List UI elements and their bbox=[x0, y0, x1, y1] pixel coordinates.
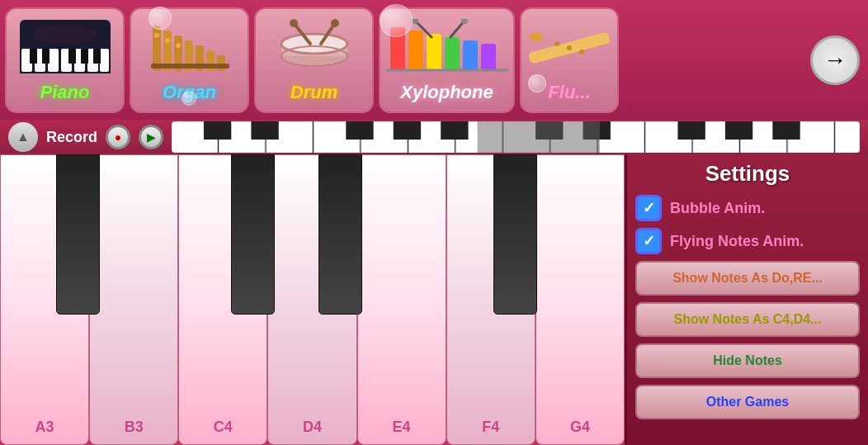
svg-rect-13 bbox=[93, 49, 101, 64]
record-button[interactable]: ● bbox=[106, 125, 130, 149]
svg-rect-73 bbox=[677, 121, 705, 140]
arrow-icon: → bbox=[823, 47, 847, 73]
svg-rect-22 bbox=[151, 64, 229, 69]
play-button[interactable]: ▶ bbox=[139, 125, 163, 149]
bubble-anim-checkbox[interactable] bbox=[635, 195, 662, 221]
drum-label: Drum bbox=[290, 82, 337, 103]
svg-point-47 bbox=[554, 41, 559, 46]
flying-notes-label: Flying Notes Anim. bbox=[670, 233, 804, 250]
svg-rect-10 bbox=[42, 49, 50, 64]
organ-icon-area bbox=[136, 14, 243, 80]
piano-icon bbox=[20, 20, 111, 73]
instrument-tile-flute[interactable]: Flu... bbox=[520, 7, 619, 113]
stop-icon: ▲ bbox=[17, 130, 30, 144]
drum-icon-area bbox=[261, 14, 368, 80]
key-D4-label: D4 bbox=[303, 419, 322, 436]
flying-notes-row: Flying Notes Anim. bbox=[635, 228, 860, 254]
bubble-anim-row: Bubble Anim. bbox=[635, 195, 860, 221]
key-A3-label: A3 bbox=[35, 419, 54, 436]
xylophone-label: Xylophone bbox=[400, 82, 493, 103]
flute-icon-area bbox=[524, 14, 615, 80]
keys-area: A3 B3 C4 D4 E4 F4 G4 bbox=[0, 154, 625, 445]
hide-notes-button[interactable]: Hide Notes bbox=[635, 343, 860, 378]
key-G4-label: G4 bbox=[570, 419, 590, 436]
drum-icon bbox=[273, 19, 356, 75]
svg-rect-37 bbox=[427, 34, 441, 70]
svg-rect-36 bbox=[408, 31, 423, 70]
visualizer-svg bbox=[172, 121, 860, 153]
svg-point-34 bbox=[331, 19, 339, 27]
other-games-button[interactable]: Other Games bbox=[635, 385, 860, 419]
svg-rect-74 bbox=[725, 121, 752, 140]
record-icon: ● bbox=[115, 130, 121, 144]
nav-arrow[interactable]: → bbox=[810, 36, 860, 85]
svg-point-48 bbox=[567, 45, 572, 50]
key-F4-label: F4 bbox=[482, 419, 499, 436]
svg-point-23 bbox=[154, 33, 159, 38]
svg-rect-70 bbox=[441, 121, 468, 140]
piano-label: Piano bbox=[40, 82, 90, 103]
key-A3[interactable]: A3 bbox=[0, 154, 89, 445]
xylophone-icon-area bbox=[385, 14, 509, 80]
key-C4[interactable]: C4 bbox=[178, 154, 267, 445]
svg-point-24 bbox=[165, 38, 170, 43]
piano-main: A3 B3 C4 D4 E4 F4 G4 bbox=[0, 154, 868, 445]
instrument-tile-drum[interactable]: Drum bbox=[254, 7, 374, 113]
svg-rect-69 bbox=[394, 121, 421, 140]
keyboard-visualizer bbox=[172, 121, 860, 153]
svg-point-50 bbox=[530, 33, 543, 41]
svg-point-33 bbox=[290, 19, 298, 27]
svg-point-14 bbox=[32, 25, 98, 45]
show-doremi-button[interactable]: Show Notes As Do,RE... bbox=[635, 261, 860, 296]
key-G4[interactable]: G4 bbox=[535, 154, 625, 445]
instrument-tile-organ[interactable]: Organ bbox=[130, 7, 249, 113]
key-D4[interactable]: D4 bbox=[267, 154, 356, 445]
instrument-bar: Piano bbox=[0, 0, 868, 120]
svg-rect-68 bbox=[346, 121, 373, 140]
settings-panel: Settings Bubble Anim. Flying Notes Anim.… bbox=[625, 154, 868, 445]
xylophone-icon bbox=[386, 19, 508, 75]
flying-notes-checkbox[interactable] bbox=[635, 228, 662, 254]
svg-rect-38 bbox=[445, 37, 460, 70]
key-C4-label: C4 bbox=[214, 419, 233, 436]
bubble-anim-label: Bubble Anim. bbox=[670, 200, 765, 217]
instrument-tile-xylophone[interactable]: Xylophone bbox=[379, 7, 515, 113]
key-B3-label: B3 bbox=[125, 419, 144, 436]
record-label: Record bbox=[46, 129, 97, 146]
svg-rect-12 bbox=[81, 49, 88, 64]
svg-rect-21 bbox=[217, 55, 225, 71]
show-c4d4-button[interactable]: Show Notes As C4,D4... bbox=[635, 302, 860, 337]
key-E4-label: E4 bbox=[393, 419, 411, 436]
svg-rect-9 bbox=[30, 49, 37, 64]
svg-rect-11 bbox=[68, 49, 76, 64]
organ-icon bbox=[149, 19, 231, 75]
settings-title: Settings bbox=[635, 161, 860, 187]
flute-label: Flu... bbox=[548, 82, 590, 103]
svg-point-25 bbox=[176, 43, 181, 48]
key-E4[interactable]: E4 bbox=[357, 154, 446, 445]
svg-rect-35 bbox=[390, 27, 405, 70]
svg-rect-66 bbox=[204, 121, 231, 140]
svg-rect-65 bbox=[835, 121, 860, 153]
key-B3[interactable]: B3 bbox=[89, 154, 178, 445]
play-icon: ▶ bbox=[147, 130, 156, 144]
instrument-tile-piano[interactable]: Piano bbox=[5, 7, 125, 113]
organ-label: Organ bbox=[163, 82, 216, 103]
svg-point-49 bbox=[579, 50, 584, 54]
svg-rect-75 bbox=[772, 121, 800, 140]
flute-icon bbox=[524, 19, 615, 75]
white-keys: A3 B3 C4 D4 E4 F4 G4 bbox=[0, 154, 625, 445]
svg-rect-67 bbox=[251, 121, 278, 140]
svg-rect-8 bbox=[100, 49, 109, 72]
control-bar: ▲ Record ● ▶ bbox=[0, 120, 868, 154]
svg-rect-76 bbox=[478, 121, 600, 153]
piano-icon-area bbox=[12, 14, 119, 80]
app-container: Piano bbox=[0, 0, 868, 445]
svg-rect-39 bbox=[463, 40, 478, 70]
key-F4[interactable]: F4 bbox=[446, 154, 535, 445]
stop-button[interactable]: ▲ bbox=[8, 122, 38, 152]
svg-rect-40 bbox=[481, 44, 496, 70]
